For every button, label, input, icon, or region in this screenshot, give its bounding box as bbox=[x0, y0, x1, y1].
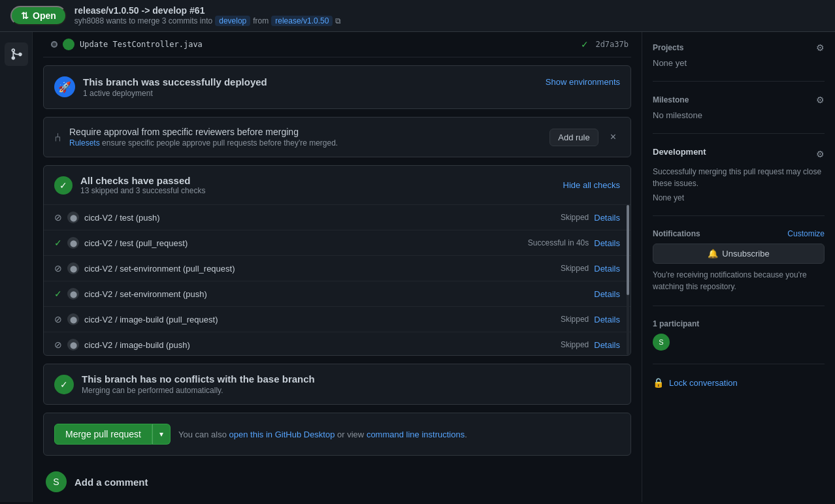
check-skip-icon: ⊘ bbox=[54, 314, 62, 324]
no-conflict-icon: ✓ bbox=[54, 375, 74, 394]
check-name: cicd-V2 / set-environment (pull_request) bbox=[84, 264, 551, 274]
cli-link[interactable]: command line instructions bbox=[367, 430, 465, 439]
check-details-link[interactable]: Details bbox=[594, 213, 620, 223]
check-item: ⊘ ⬤ cicd-V2 / image-build (pull_request)… bbox=[44, 307, 630, 332]
open-label: Open bbox=[33, 10, 56, 21]
check-skip-icon: ⊘ bbox=[54, 212, 62, 223]
notifications-section: Notifications Customize 🔔 Unsubscribe Yo… bbox=[653, 229, 825, 306]
check-item: ✓ ⬤ cicd-V2 / test (pull_request) Succes… bbox=[44, 230, 630, 256]
milestone-gear-icon[interactable]: ⚙ bbox=[816, 95, 825, 105]
add-comment-row: S Add a comment bbox=[43, 464, 631, 500]
check-avatar: ⬤ bbox=[67, 339, 79, 351]
ruleset-banner: ⑃ Require approval from specific reviewe… bbox=[43, 117, 631, 157]
main-layout: Update TestController.java ✓ 2d7a37b 🚀 T… bbox=[0, 32, 835, 502]
check-avatar: ⬤ bbox=[67, 288, 79, 300]
hide-checks-button[interactable]: Hide all checks bbox=[563, 180, 620, 190]
pr-title: release/v1.0.50 -> develop #61 bbox=[74, 5, 342, 16]
commit-hash[interactable]: 2d7a37b bbox=[595, 40, 629, 49]
target-branch-tag[interactable]: develop bbox=[215, 16, 250, 26]
merge-pull-request-button[interactable]: Merge pull request bbox=[54, 424, 152, 445]
ruleset-desc: Rulesets ensure specific people approve … bbox=[69, 138, 542, 148]
projects-value: None yet bbox=[653, 58, 825, 68]
ruleset-close-button[interactable]: × bbox=[606, 130, 620, 144]
projects-gear-icon[interactable]: ⚙ bbox=[816, 42, 825, 53]
check-item: ⊘ ⬤ cicd-V2 / image-build (push) Skipped… bbox=[44, 332, 630, 355]
merge-dropdown-button[interactable]: ▾ bbox=[152, 424, 171, 445]
deploy-card-header: 🚀 This branch was successfully deployed … bbox=[44, 66, 630, 108]
participant-avatar: S bbox=[653, 334, 670, 351]
merge-or-text: or view bbox=[337, 430, 364, 439]
no-conflict-subtitle: Merging can be performed automatically. bbox=[82, 386, 315, 395]
check-avatar: ⬤ bbox=[67, 313, 79, 325]
notifications-customize[interactable]: Customize bbox=[787, 229, 825, 238]
open-badge: ⇅ Open bbox=[10, 6, 67, 25]
participants-section: 1 participant S bbox=[653, 319, 825, 364]
all-checks-icon: ✓ bbox=[54, 176, 73, 195]
development-section: Development ⚙ Successfully merging this … bbox=[653, 147, 825, 216]
checks-list: ⊘ ⬤ cicd-V2 / test (push) Skipped Detail… bbox=[44, 205, 630, 355]
checks-title-group: All checks have passed 13 skipped and 3 … bbox=[80, 175, 205, 195]
check-name: cicd-V2 / image-build (pull_request) bbox=[84, 315, 551, 324]
check-name: cicd-V2 / set-environment (push) bbox=[84, 289, 580, 299]
check-details-link[interactable]: Details bbox=[594, 289, 620, 299]
projects-title: Projects bbox=[653, 43, 683, 52]
check-badge: Skipped bbox=[561, 340, 589, 349]
milestone-title: Milestone bbox=[653, 95, 689, 104]
deploy-card: 🚀 This branch was successfully deployed … bbox=[43, 65, 631, 109]
ruleset-icon: ⑃ bbox=[54, 131, 61, 144]
checks-card: ✓ All checks have passed 13 skipped and … bbox=[43, 165, 631, 356]
no-conflict-title: This branch has no conflicts with the ba… bbox=[82, 373, 315, 385]
participants-count: 1 participant bbox=[653, 319, 825, 328]
pr-header: ⇅ Open release/v1.0.50 -> develop #61 sy… bbox=[0, 0, 835, 32]
notifications-header: Notifications Customize bbox=[653, 229, 825, 238]
checks-list-container: ⊘ ⬤ cicd-V2 / test (push) Skipped Detail… bbox=[44, 205, 630, 355]
lock-conversation-link[interactable]: Lock conversation bbox=[669, 378, 738, 388]
left-nav bbox=[0, 32, 33, 502]
no-conflict-card: ✓ This branch has no conflicts with the … bbox=[43, 364, 631, 405]
check-details-link[interactable]: Details bbox=[594, 264, 620, 274]
commit-check-icon: ✓ bbox=[581, 39, 589, 50]
milestone-section: Milestone ⚙ No milestone bbox=[653, 95, 825, 134]
merge-desc: You can also open this in GitHub Desktop… bbox=[178, 430, 467, 439]
lock-section: 🔒 Lock conversation bbox=[653, 377, 825, 401]
github-desktop-link[interactable]: open this in GitHub Desktop bbox=[229, 430, 335, 439]
check-avatar: ⬤ bbox=[67, 237, 79, 249]
commit-row: Update TestController.java ✓ 2d7a37b bbox=[43, 32, 631, 57]
checks-title: All checks have passed bbox=[80, 175, 205, 186]
deploy-card-title: This branch was successfully deployed bbox=[83, 76, 267, 87]
right-sidebar: Projects ⚙ None yet Milestone ⚙ No miles… bbox=[642, 32, 835, 502]
show-environments-button[interactable]: Show environments bbox=[546, 77, 620, 87]
development-gear-icon[interactable]: ⚙ bbox=[816, 149, 825, 159]
source-branch-tag[interactable]: release/v1.0.50 bbox=[271, 16, 333, 26]
check-avatar: ⬤ bbox=[67, 262, 79, 274]
deploy-card-text: This branch was successfully deployed 1 … bbox=[83, 76, 267, 98]
unsubscribe-button[interactable]: 🔔 Unsubscribe bbox=[653, 244, 825, 264]
pr-title-info: release/v1.0.50 -> develop #61 syh8088 w… bbox=[74, 5, 342, 26]
rulesets-link[interactable]: Rulesets bbox=[69, 138, 100, 148]
add-rule-button[interactable]: Add rule bbox=[549, 129, 598, 146]
check-skip-icon: ⊘ bbox=[54, 263, 62, 274]
notifications-title: Notifications bbox=[653, 229, 700, 238]
pr-subtitle: syh8088 wants to merge 3 commits into de… bbox=[74, 16, 342, 26]
ruleset-text: Require approval from specific reviewers… bbox=[69, 127, 542, 148]
scrollbar-track bbox=[627, 205, 629, 355]
pr-subtitle-prefix: syh8088 wants to merge 3 commits into bbox=[74, 16, 212, 25]
projects-section: Projects ⚙ None yet bbox=[653, 42, 825, 82]
check-details-link[interactable]: Details bbox=[594, 340, 620, 350]
checks-header: ✓ All checks have passed 13 skipped and … bbox=[44, 166, 630, 205]
check-badge: Skipped bbox=[561, 213, 589, 222]
check-item: ⊘ ⬤ cicd-V2 / test (push) Skipped Detail… bbox=[44, 205, 630, 230]
lock-row: 🔒 Lock conversation bbox=[653, 377, 825, 388]
copy-icon[interactable]: ⧉ bbox=[335, 16, 341, 25]
deploy-card-action: Show environments bbox=[546, 76, 620, 87]
check-details-link[interactable]: Details bbox=[594, 315, 620, 324]
notifications-description: You're receiving notifications because y… bbox=[653, 269, 825, 292]
unsubscribe-label: Unsubscribe bbox=[722, 249, 769, 259]
add-comment-label: Add a comment bbox=[74, 477, 148, 488]
nav-merge-icon[interactable] bbox=[5, 42, 28, 66]
check-item: ✓ ⬤ cicd-V2 / set-environment (push) Det… bbox=[44, 281, 630, 307]
left-content: Update TestController.java ✓ 2d7a37b 🚀 T… bbox=[33, 32, 642, 502]
check-details-link[interactable]: Details bbox=[594, 238, 620, 248]
check-name: cicd-V2 / image-build (push) bbox=[84, 340, 551, 350]
from-text: from bbox=[253, 16, 269, 25]
